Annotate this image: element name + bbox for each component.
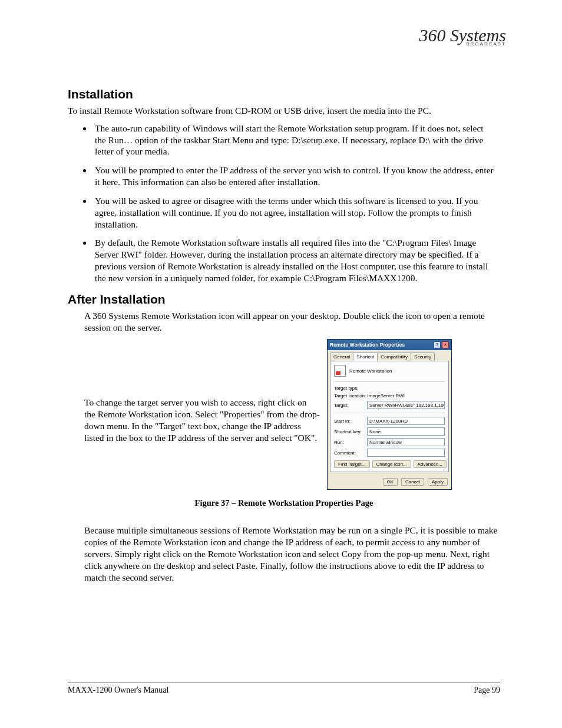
installation-bullets: The auto-run capability of Windows will …	[92, 123, 494, 284]
ok-button[interactable]: OK	[383, 478, 398, 486]
footer-left: MAXX-1200 Owner's Manual	[68, 686, 168, 695]
comment-input[interactable]	[367, 449, 445, 457]
run-label: Run:	[334, 440, 367, 445]
page-footer: MAXX-1200 Owner's Manual Page 99	[68, 683, 500, 695]
heading-installation: Installation	[68, 87, 500, 101]
properties-dialog: Remote Workstation Properties ? × Genera…	[327, 339, 452, 490]
comment-label: Comment:	[334, 450, 367, 456]
target-label: Target:	[334, 403, 367, 408]
list-item: You will be prompted to enter the IP add…	[92, 164, 494, 188]
tab-shortcut[interactable]: Shortcut	[353, 353, 378, 361]
dialog-title: Remote Workstation Properties	[330, 342, 434, 348]
target-location-value: ImageServer RWI	[368, 393, 405, 398]
shortcut-name: Remote Workstation	[349, 368, 392, 374]
target-location-label: Target location:	[334, 393, 366, 398]
apply-button[interactable]: Apply	[428, 478, 448, 486]
target-input[interactable]: Server RWI\RWI.exe" 192.168.1.100	[367, 401, 445, 409]
tab-security[interactable]: Security	[411, 353, 435, 361]
shortcutkey-input[interactable]: None	[367, 427, 445, 436]
run-select[interactable]: Normal window	[367, 438, 445, 446]
shortcutkey-label: Shortcut key:	[334, 429, 367, 434]
list-item: By default, the Remote Workstation softw…	[92, 237, 494, 284]
cancel-button[interactable]: Cancel	[401, 478, 424, 486]
find-target-button[interactable]: Find Target...	[334, 460, 370, 468]
dialog-titlebar: Remote Workstation Properties ? ×	[328, 340, 451, 350]
brand-logo: 360 Systems BROADCAST	[419, 28, 506, 47]
after-intro: A 360 Systems Remote Workstation icon wi…	[84, 310, 500, 334]
change-icon-button[interactable]: Change Icon...	[372, 460, 411, 468]
help-button[interactable]: ?	[434, 341, 441, 348]
list-item: The auto-run capability of Windows will …	[92, 123, 494, 157]
tab-general[interactable]: General	[330, 353, 353, 361]
dialog-tabs: General Shortcut Compatibility Security	[328, 350, 451, 361]
list-item: You will be asked to agree or disagree w…	[92, 195, 494, 230]
shortcut-icon	[334, 365, 346, 377]
heading-after-installation: After Installation	[68, 292, 500, 307]
startin-label: Start in:	[334, 419, 367, 424]
advanced-button[interactable]: Advanced...	[414, 460, 447, 468]
figure-caption: Figure 37 – Remote Workstation Propertie…	[68, 498, 500, 508]
close-button[interactable]: ×	[442, 341, 449, 348]
target-type-label: Target type:	[334, 386, 445, 391]
installation-intro: To install Remote Workstation software f…	[68, 105, 500, 117]
startin-input[interactable]: D:\MAXX-1200HD	[367, 417, 445, 425]
after-paragraph-3: Because multiple simultaneous sessions o…	[84, 525, 500, 583]
target-location-row: Target location: ImageServer RWI	[334, 393, 445, 398]
after-instructions: To change the target server you wish to …	[84, 339, 320, 443]
footer-right: Page 99	[474, 686, 500, 695]
tab-compatibility[interactable]: Compatibility	[377, 353, 411, 361]
logo-script: 360 Systems	[419, 28, 506, 42]
